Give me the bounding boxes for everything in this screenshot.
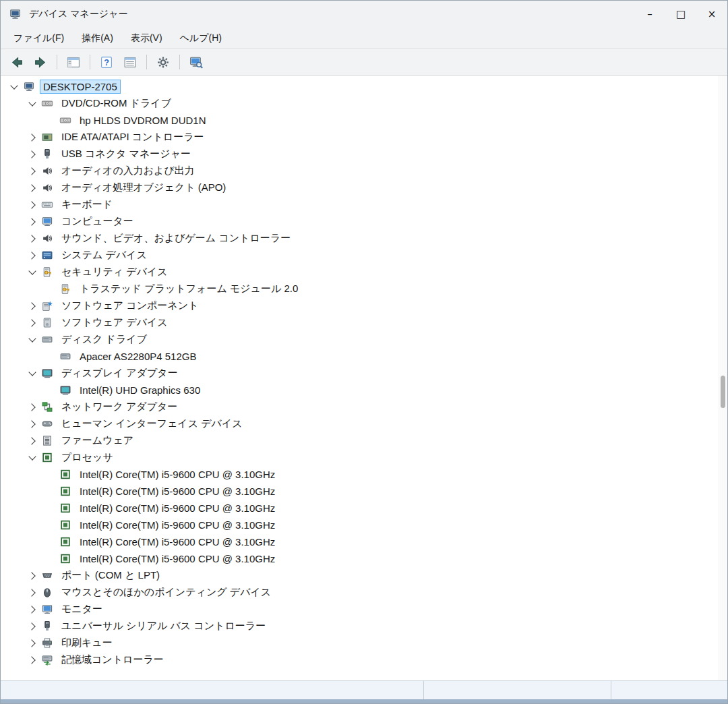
tree-item-label[interactable]: オーディオ処理オブジェクト (APO): [58, 180, 229, 196]
tree-row[interactable]: Intel(R) Core(TM) i5-9600 CPU @ 3.10GHz: [1, 533, 718, 550]
tree-item-label[interactable]: コンピューター: [58, 214, 137, 229]
tree-row[interactable]: Intel(R) Core(TM) i5-9600 CPU @ 3.10GHz: [1, 550, 718, 567]
chevron-right-icon[interactable]: [24, 584, 40, 601]
tree-item-label[interactable]: Intel(R) UHD Graphics 630: [76, 383, 204, 397]
tree-row[interactable]: DVD/CD-ROM ドライブ: [1, 95, 718, 112]
show-console-tree-button[interactable]: [63, 52, 84, 72]
tree-row[interactable]: ネットワーク アダプター: [1, 399, 718, 415]
chevron-right-icon[interactable]: [24, 567, 40, 584]
tree-item-label[interactable]: オーディオの入力および出力: [58, 163, 198, 179]
chevron-right-icon[interactable]: [24, 432, 40, 449]
tree-item-label[interactable]: ヒューマン インターフェイス デバイス: [58, 416, 246, 432]
chevron-right-icon[interactable]: [24, 213, 40, 230]
chevron-down-icon[interactable]: [24, 365, 40, 382]
chevron-right-icon[interactable]: [24, 635, 40, 651]
tree-item-label[interactable]: ディスプレイ アダプター: [58, 365, 181, 381]
tree-item-label[interactable]: キーボード: [58, 197, 116, 212]
scan-hardware-changes-button[interactable]: [185, 52, 207, 72]
tree-row[interactable]: キーボード: [1, 196, 718, 213]
tree-row[interactable]: USB コネクタ マネージャー: [1, 146, 718, 163]
chevron-right-icon[interactable]: [24, 230, 40, 247]
tree-item-label[interactable]: 印刷キュー: [58, 635, 116, 651]
tree-row[interactable]: ポート (COM と LPT): [1, 567, 718, 584]
tree-item-label[interactable]: USB コネクタ マネージャー: [58, 146, 194, 162]
tree-row[interactable]: オーディオの入力および出力: [1, 163, 718, 179]
chevron-right-icon[interactable]: [24, 196, 40, 213]
tree-item-label[interactable]: hp HLDS DVDROM DUD1N: [76, 113, 210, 127]
tree-item-label[interactable]: ネットワーク アダプター: [58, 399, 181, 415]
chevron-right-icon[interactable]: [24, 146, 40, 163]
tree-row[interactable]: Intel(R) Core(TM) i5-9600 CPU @ 3.10GHz: [1, 483, 718, 500]
tree-row[interactable]: ヒューマン インターフェイス デバイス: [1, 415, 718, 432]
tree-row[interactable]: トラステッド プラットフォーム モジュール 2.0: [1, 281, 718, 297]
tree-item-label[interactable]: ディスク ドライブ: [58, 332, 150, 347]
vertical-scrollbar[interactable]: [718, 76, 727, 680]
tree-item-label[interactable]: Intel(R) Core(TM) i5-9600 CPU @ 3.10GHz: [76, 467, 278, 481]
chevron-right-icon[interactable]: [24, 601, 40, 618]
tree-row[interactable]: Intel(R) UHD Graphics 630: [1, 382, 718, 399]
tree-row[interactable]: マウスとそのほかのポインティング デバイス: [1, 584, 718, 601]
chevron-right-icon[interactable]: [24, 163, 40, 179]
tree-item-label[interactable]: モニター: [58, 602, 106, 617]
minimize-button[interactable]: –: [634, 1, 665, 28]
chevron-down-icon[interactable]: [24, 449, 40, 466]
tree-item-label[interactable]: IDE ATA/ATAPI コントローラー: [58, 129, 208, 145]
chevron-right-icon[interactable]: [24, 129, 40, 146]
tree-item-label[interactable]: Apacer AS2280P4 512GB: [76, 349, 200, 363]
tree-row[interactable]: システム デバイス: [1, 247, 718, 264]
tree-row[interactable]: ソフトウェア コンポーネント: [1, 297, 718, 314]
tree-item-label[interactable]: Intel(R) Core(TM) i5-9600 CPU @ 3.10GHz: [76, 552, 278, 566]
tree-row[interactable]: Intel(R) Core(TM) i5-9600 CPU @ 3.10GHz: [1, 500, 718, 517]
maximize-button[interactable]: □: [665, 1, 696, 28]
properties-button[interactable]: [119, 52, 141, 72]
chevron-right-icon[interactable]: [24, 297, 40, 314]
tree-item-label[interactable]: システム デバイス: [58, 247, 150, 263]
tree-row[interactable]: DESKTOP-2705: [1, 78, 718, 95]
tree-row[interactable]: プロセッサ: [1, 449, 718, 466]
tree-item-label[interactable]: セキュリティ デバイス: [58, 264, 171, 280]
tree-row[interactable]: コンピューター: [1, 213, 718, 230]
tree-item-label[interactable]: DVD/CD-ROM ドライブ: [58, 96, 175, 111]
chevron-right-icon[interactable]: [24, 618, 40, 635]
tree-row[interactable]: ソフトウェア デバイス: [1, 314, 718, 331]
tree-row[interactable]: サウンド、ビデオ、およびゲーム コントローラー: [1, 230, 718, 247]
tree-item-label[interactable]: マウスとそのほかのポインティング デバイス: [58, 585, 274, 600]
tree-row[interactable]: 印刷キュー: [1, 635, 718, 651]
tree-row[interactable]: Apacer AS2280P4 512GB: [1, 348, 718, 365]
chevron-down-icon[interactable]: [24, 95, 40, 112]
tree-row[interactable]: Intel(R) Core(TM) i5-9600 CPU @ 3.10GHz: [1, 466, 718, 483]
tree-item-label[interactable]: ポート (COM と LPT): [58, 568, 163, 583]
tree-item-label[interactable]: Intel(R) Core(TM) i5-9600 CPU @ 3.10GHz: [76, 535, 278, 549]
chevron-right-icon[interactable]: [24, 179, 40, 196]
menu-file[interactable]: ファイル(F): [5, 29, 73, 48]
tree-row[interactable]: セキュリティ デバイス: [1, 264, 718, 281]
tree-item-label[interactable]: プロセッサ: [58, 450, 117, 465]
tree-item-label[interactable]: 記憶域コントローラー: [58, 652, 167, 668]
tree-item-label[interactable]: ソフトウェア コンポーネント: [58, 298, 202, 314]
close-button[interactable]: ×: [696, 1, 727, 28]
scrollbar-thumb[interactable]: [721, 376, 725, 408]
tree-row[interactable]: Intel(R) Core(TM) i5-9600 CPU @ 3.10GHz: [1, 517, 718, 533]
chevron-down-icon[interactable]: [6, 78, 22, 95]
menu-action[interactable]: 操作(A): [73, 29, 122, 48]
help-button[interactable]: ?: [96, 52, 117, 72]
tree-item-label[interactable]: サウンド、ビデオ、およびゲーム コントローラー: [58, 231, 294, 246]
tree-item-label[interactable]: DESKTOP-2705: [40, 80, 121, 94]
tree-row[interactable]: 記憶域コントローラー: [1, 651, 718, 668]
menu-help[interactable]: ヘルプ(H): [171, 29, 231, 48]
tree-item-label[interactable]: トラステッド プラットフォーム モジュール 2.0: [76, 281, 301, 297]
chevron-right-icon[interactable]: [24, 399, 40, 415]
tree-item-label[interactable]: Intel(R) Core(TM) i5-9600 CPU @ 3.10GHz: [76, 501, 278, 515]
tree-row[interactable]: ユニバーサル シリアル バス コントローラー: [1, 618, 718, 635]
menu-view[interactable]: 表示(V): [122, 29, 171, 48]
chevron-right-icon[interactable]: [24, 314, 40, 331]
tree-item-label[interactable]: ユニバーサル シリアル バス コントローラー: [58, 618, 269, 634]
tree-item-label[interactable]: Intel(R) Core(TM) i5-9600 CPU @ 3.10GHz: [76, 484, 278, 498]
chevron-right-icon[interactable]: [24, 415, 40, 432]
tree-row[interactable]: ディスプレイ アダプター: [1, 365, 718, 382]
tree-row[interactable]: hp HLDS DVDROM DUD1N: [1, 112, 718, 129]
chevron-right-icon[interactable]: [24, 247, 40, 264]
tree-row[interactable]: IDE ATA/ATAPI コントローラー: [1, 129, 718, 146]
tree-item-label[interactable]: ソフトウェア デバイス: [58, 315, 171, 330]
chevron-down-icon[interactable]: [24, 264, 40, 281]
